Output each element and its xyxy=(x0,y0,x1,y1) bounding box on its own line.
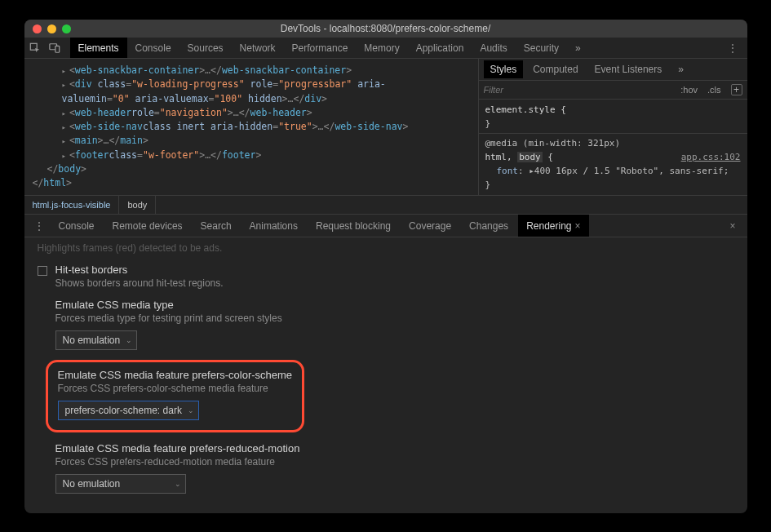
emulate-media-type-title: Emulate CSS media type xyxy=(55,299,734,311)
css-value: ▸400 16px / 1.5 "Roboto", sans-serif; xyxy=(529,166,729,176)
window-title: DevTools - localhost:8080/prefers-color-… xyxy=(24,23,747,34)
emulate-prefers-reduced-motion-sub: Forces CSS prefers-reduced-motion media … xyxy=(55,456,734,468)
emulate-media-type-sub: Forces media type for testing print and … xyxy=(55,313,734,324)
traffic-lights xyxy=(33,24,71,33)
breadcrumb: html.js-focus-visible body xyxy=(24,195,747,215)
styles-overflow-icon[interactable]: » xyxy=(671,60,690,78)
inspect-icon[interactable] xyxy=(29,42,41,54)
css-prop: font xyxy=(497,166,519,176)
tab-application[interactable]: Application xyxy=(408,38,472,58)
close-icon[interactable]: × xyxy=(575,220,581,232)
drawer-tab-animations[interactable]: Animations xyxy=(241,215,306,237)
drawer-kebab-icon[interactable]: ⋮ xyxy=(29,220,49,232)
svg-rect-2 xyxy=(55,46,59,52)
previous-option-hint: Highlights frames (red) detected to be a… xyxy=(38,242,734,254)
drawer-tab-console[interactable]: Console xyxy=(51,215,103,237)
emulate-prefers-reduced-motion-title: Emulate CSS media feature prefers-reduce… xyxy=(55,442,734,454)
chevron-down-icon: ⌄ xyxy=(126,336,132,344)
device-toggle-icon[interactable] xyxy=(49,42,60,54)
brace: } xyxy=(485,178,741,192)
emulate-prefers-color-scheme-title: Emulate CSS media feature prefers-color-… xyxy=(58,369,293,381)
tab-performance[interactable]: Performance xyxy=(284,38,357,58)
tab-security[interactable]: Security xyxy=(516,38,567,58)
tab-console[interactable]: Console xyxy=(127,38,179,58)
drawer-tabs: ⋮ Console Remote devices Search Animatio… xyxy=(24,215,747,237)
chevron-down-icon: ⌄ xyxy=(175,480,181,488)
drawer-close-icon[interactable]: × xyxy=(723,220,742,232)
crumb-body[interactable]: body xyxy=(119,196,156,214)
tab-memory[interactable]: Memory xyxy=(356,38,407,58)
cls-toggle[interactable]: .cls xyxy=(707,85,721,95)
drawer-tab-request-blocking[interactable]: Request blocking xyxy=(308,215,399,237)
kebab-icon[interactable]: ⋮ xyxy=(723,42,742,54)
event-listeners-tab[interactable]: Event Listeners xyxy=(588,60,669,78)
tab-elements[interactable]: Elements xyxy=(70,38,127,58)
hov-toggle[interactable]: :hov xyxy=(680,85,698,95)
tab-sources[interactable]: Sources xyxy=(179,38,232,58)
hit-test-borders-checkbox[interactable] xyxy=(38,266,47,276)
styles-rules[interactable]: element.style { } @media (min-width: 321… xyxy=(479,100,747,195)
highlight-annotation: Emulate CSS media feature prefers-color-… xyxy=(46,360,305,432)
chevron-down-icon: ⌄ xyxy=(188,406,194,415)
rendering-panel: Highlights frames (red) detected to be a… xyxy=(24,237,747,513)
crumb-html[interactable]: html.js-focus-visible xyxy=(24,196,120,214)
tabs-overflow-icon[interactable]: » xyxy=(567,38,589,58)
media-query: @media (min-width: 321px) xyxy=(485,136,741,150)
main-tabs: Elements Console Sources Network Perform… xyxy=(70,38,723,58)
drawer-tab-changes[interactable]: Changes xyxy=(461,215,516,237)
main-toolbar: Elements Console Sources Network Perform… xyxy=(24,38,747,59)
brace: } xyxy=(485,117,741,131)
zoom-icon[interactable] xyxy=(62,24,71,33)
drawer-tab-rendering[interactable]: Rendering× xyxy=(518,215,588,237)
emulate-prefers-color-scheme-sub: Forces CSS prefers-color-scheme media fe… xyxy=(58,383,293,394)
computed-tab[interactable]: Computed xyxy=(526,60,584,78)
close-icon[interactable] xyxy=(33,24,42,33)
emulate-media-type-select[interactable]: No emulation⌄ xyxy=(55,330,138,350)
hit-test-borders-sub: Shows borders around hit-test regions. xyxy=(55,277,224,289)
titlebar: DevTools - localhost:8080/prefers-color-… xyxy=(24,20,747,38)
styles-panel: Styles Computed Event Listeners » :hov .… xyxy=(478,59,747,195)
element-style-selector: element.style { xyxy=(485,104,566,115)
elements-panel[interactable]: <web-snackbar-container>…</web-snackbar-… xyxy=(24,59,478,195)
drawer-tab-coverage[interactable]: Coverage xyxy=(401,215,459,237)
tab-audits[interactable]: Audits xyxy=(472,38,515,58)
drawer-tab-remote-devices[interactable]: Remote devices xyxy=(104,215,191,237)
minimize-icon[interactable] xyxy=(47,24,56,33)
devtools-window: DevTools - localhost:8080/prefers-color-… xyxy=(24,20,747,513)
drawer-tab-search[interactable]: Search xyxy=(193,215,240,237)
tab-network[interactable]: Network xyxy=(232,38,284,58)
source-link[interactable]: app.css:102 xyxy=(681,150,741,164)
hit-test-borders-title: Hit-test borders xyxy=(55,264,224,276)
new-style-rule-button[interactable]: + xyxy=(731,84,742,95)
styles-tab[interactable]: Styles xyxy=(484,60,524,78)
emulate-prefers-reduced-motion-select[interactable]: No emulation⌄ xyxy=(55,474,186,494)
emulate-prefers-color-scheme-select[interactable]: prefers-color-scheme: dark⌄ xyxy=(58,401,199,420)
styles-filter-input[interactable] xyxy=(484,85,671,95)
